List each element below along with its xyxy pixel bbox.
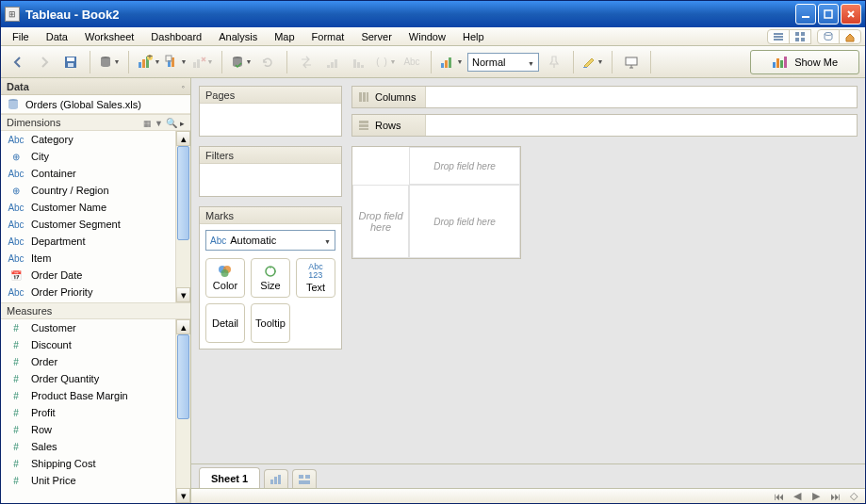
- drop-target-rows[interactable]: Drop field here: [352, 185, 409, 258]
- datasource-row[interactable]: Orders (Global Sales.xls): [1, 95, 190, 114]
- columns-shelf[interactable]: Columns: [351, 86, 858, 108]
- presentation-button[interactable]: [620, 51, 643, 73]
- menu-dashboard[interactable]: Dashboard: [143, 29, 209, 44]
- scrollbar[interactable]: ▴ ▾: [175, 131, 190, 302]
- back-button[interactable]: [7, 51, 29, 73]
- field-row[interactable]: #Order: [1, 353, 190, 370]
- drop-target-main[interactable]: Drop field here: [409, 185, 520, 258]
- clear-button[interactable]: [191, 51, 214, 73]
- field-row[interactable]: AbcCustomer Name: [1, 199, 190, 216]
- svg-rect-4: [774, 39, 783, 41]
- text-button[interactable]: Abc123Text: [296, 258, 335, 298]
- scroll-up-icon[interactable]: ▴: [176, 319, 190, 334]
- field-row[interactable]: #Unit Price: [1, 472, 190, 489]
- measures-header: Measures: [1, 302, 190, 319]
- find-icon[interactable]: 🔍: [166, 118, 177, 128]
- showme-button[interactable]: Show Me: [750, 50, 859, 74]
- scroll-thumb[interactable]: [177, 146, 189, 240]
- pages-card[interactable]: Pages: [199, 86, 342, 137]
- menu-worksheet[interactable]: Worksheet: [77, 29, 141, 44]
- filters-card[interactable]: Filters: [199, 146, 342, 197]
- new-worksheet-button[interactable]: +: [137, 51, 161, 73]
- color-button[interactable]: Color: [205, 258, 245, 298]
- view-area[interactable]: Drop field here Drop field here Drop fie…: [351, 146, 521, 259]
- menu-map[interactable]: Map: [267, 29, 302, 44]
- forward-button[interactable]: [33, 51, 56, 73]
- field-row[interactable]: AbcCategory: [1, 131, 190, 148]
- close-button[interactable]: [841, 4, 861, 24]
- maximize-button[interactable]: [818, 4, 839, 24]
- sheet-list-icon[interactable]: ◇: [848, 491, 859, 502]
- svg-rect-47: [367, 92, 368, 102]
- field-row[interactable]: AbcCustomer Segment: [1, 216, 190, 233]
- size-icon: [263, 265, 278, 278]
- datasource-button[interactable]: [98, 51, 121, 73]
- minimize-button[interactable]: [795, 4, 816, 24]
- view-cards-icon[interactable]: [767, 29, 790, 44]
- scroll-thumb[interactable]: [177, 334, 189, 419]
- field-row[interactable]: AbcDepartment: [1, 233, 190, 250]
- new-dashboard-tab[interactable]: [292, 469, 317, 488]
- size-button[interactable]: Size: [251, 258, 290, 298]
- field-row[interactable]: #Profit: [1, 404, 190, 421]
- field-row[interactable]: #Discount: [1, 336, 190, 353]
- field-row[interactable]: #Order Quantity: [1, 370, 190, 387]
- view-db-icon[interactable]: [817, 29, 840, 44]
- collapse-icon[interactable]: ◦: [182, 82, 185, 91]
- sort-desc-button[interactable]: [348, 51, 370, 73]
- drop-target-columns[interactable]: Drop field here: [409, 147, 520, 185]
- highlight-button[interactable]: [581, 51, 604, 73]
- new-worksheet-tab[interactable]: [264, 469, 288, 488]
- detail-button[interactable]: Detail: [205, 303, 245, 343]
- field-row[interactable]: ⊕Country / Region: [1, 182, 190, 199]
- scroll-down-icon[interactable]: ▾: [176, 488, 190, 503]
- tooltip-button[interactable]: Tooltip: [251, 303, 290, 343]
- scroll-down-icon[interactable]: ▾: [176, 287, 190, 302]
- field-row[interactable]: ⊕City: [1, 148, 190, 165]
- field-row[interactable]: #Shipping Cost: [1, 455, 190, 472]
- rows-shelf[interactable]: Rows: [351, 114, 858, 137]
- field-row[interactable]: AbcOrder Priority: [1, 284, 190, 301]
- connect-button[interactable]: [230, 51, 253, 73]
- first-sheet-icon[interactable]: ⏮: [773, 491, 784, 502]
- field-row[interactable]: AbcContainer: [1, 165, 190, 182]
- menu-window[interactable]: Window: [401, 29, 453, 44]
- duplicate-button[interactable]: [165, 51, 188, 73]
- view-home-icon[interactable]: [839, 29, 861, 44]
- scroll-up-icon[interactable]: ▴: [176, 131, 190, 146]
- swap-button[interactable]: [295, 51, 318, 73]
- columns-icon: [358, 91, 369, 103]
- group-button[interactable]: [374, 51, 397, 73]
- view-grid-icon[interactable]: [789, 29, 811, 44]
- svg-rect-5: [795, 32, 799, 36]
- label-button[interactable]: Abc: [400, 51, 423, 73]
- marks-type-select[interactable]: Abc Automatic: [205, 230, 335, 251]
- prev-sheet-icon[interactable]: ◀: [792, 491, 803, 502]
- menu-analysis[interactable]: Analysis: [211, 29, 265, 44]
- field-row[interactable]: 📅Order Date: [1, 267, 190, 284]
- svg-rect-26: [331, 62, 334, 68]
- scrollbar[interactable]: ▴ ▾: [175, 319, 190, 503]
- field-row[interactable]: #Sales: [1, 438, 190, 455]
- refresh-button[interactable]: [256, 51, 279, 73]
- field-row[interactable]: #Row: [1, 421, 190, 438]
- pin-button[interactable]: [543, 51, 565, 73]
- menu-server[interactable]: Server: [353, 29, 399, 44]
- menu-help[interactable]: Help: [455, 29, 492, 44]
- menu-file[interactable]: File: [5, 29, 37, 44]
- view-as-icon[interactable]: ▦ ▼: [143, 119, 162, 128]
- field-row[interactable]: #Customer: [1, 319, 190, 336]
- dim-menu-icon[interactable]: [180, 117, 185, 128]
- hash-icon: #: [7, 425, 25, 435]
- sort-asc-button[interactable]: [321, 51, 344, 73]
- tab-sheet1[interactable]: Sheet 1: [199, 467, 260, 488]
- next-sheet-icon[interactable]: ▶: [810, 491, 822, 502]
- fit-button[interactable]: [439, 51, 464, 73]
- menu-data[interactable]: Data: [39, 29, 75, 44]
- menu-format[interactable]: Format: [304, 29, 352, 44]
- field-row[interactable]: AbcItem: [1, 250, 190, 267]
- last-sheet-icon[interactable]: ⏭: [829, 491, 841, 502]
- fit-mode-select[interactable]: Normal: [467, 53, 539, 72]
- field-row[interactable]: #Product Base Margin: [1, 387, 190, 404]
- save-button[interactable]: [59, 51, 82, 73]
